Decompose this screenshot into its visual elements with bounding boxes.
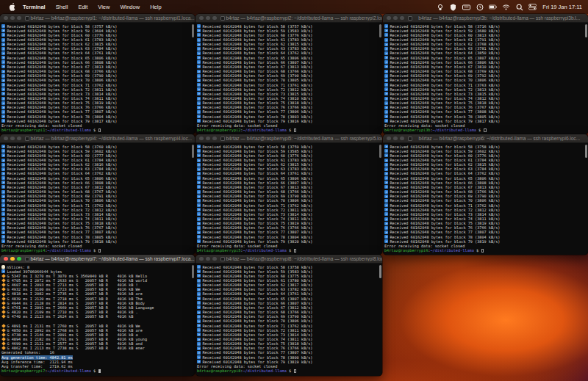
fast-forward-icon: » (197, 24, 201, 28)
fast-forward-icon: » (1, 60, 5, 64)
fast-forward-icon: » (1, 190, 5, 194)
fast-forward-icon: » (197, 346, 201, 350)
minimize-button[interactable] (10, 137, 15, 141)
zoom-button[interactable] (400, 16, 404, 21)
window-titlebar[interactable]: b4rtaz — b4rtaz@raspberrypi2: ~/distribu… (196, 14, 382, 23)
fast-forward-icon: » (197, 269, 201, 273)
terminal-content[interactable]: »Received 60162048 bytes for block 58 (3… (196, 264, 382, 376)
terminal-content[interactable]: nSlices: 8»Loaded 39706066944 bytesG 534… (0, 264, 195, 376)
minimize-button[interactable] (10, 257, 15, 261)
fast-forward-icon: » (1, 181, 5, 184)
diamond-icon (1, 288, 6, 292)
terminal-window-raspberrypi6[interactable]: b4rtaz — b4rtaz@raspberrypi6: ~/distribu… (383, 134, 588, 255)
scrollbar-thumb[interactable] (192, 24, 194, 37)
menu-item-edit[interactable]: Edit (73, 4, 93, 10)
close-button[interactable] (199, 16, 204, 21)
fast-forward-icon: » (384, 24, 388, 28)
minimize-button[interactable] (10, 16, 15, 21)
menu-item-help[interactable]: Help (145, 4, 166, 10)
fast-forward-icon: » (197, 176, 201, 180)
terminal-content[interactable]: »Received 60162048 bytes for block 58 (3… (196, 143, 382, 255)
close-button[interactable] (387, 16, 391, 21)
fast-forward-icon: » (1, 208, 5, 211)
terminal-content[interactable]: »Received 60162048 bytes for block 58 (3… (0, 143, 195, 255)
scrollbar-thumb[interactable] (585, 145, 587, 158)
terminal-window-raspberrypi4[interactable]: b4rtaz — b4rtaz@raspberrypi4: ~/distribu… (0, 134, 195, 255)
close-button[interactable] (4, 137, 8, 141)
menu-item-shell[interactable]: Shell (51, 4, 74, 10)
fast-forward-icon: » (1, 195, 5, 198)
menubar-clock[interactable]: Fri 19 Jan 17:11 (542, 4, 582, 10)
zoom-button[interactable] (212, 257, 217, 261)
zoom-button[interactable] (212, 16, 217, 21)
zoom-button[interactable] (212, 137, 217, 141)
terminal-window-raspberrypi3b[interactable]: b4rtaz — b4rtaz@raspberrypi3b: ~/distrib… (383, 14, 588, 134)
close-button[interactable] (4, 16, 8, 21)
shield-icon[interactable] (449, 3, 457, 11)
minimize-button[interactable] (393, 16, 398, 21)
window-titlebar[interactable]: b4rtaz — b4rtaz@raspberrypi1: ~/distribu… (0, 14, 195, 23)
minimize-button[interactable] (206, 16, 210, 21)
fast-forward-icon: » (197, 319, 201, 323)
fast-forward-icon: » (197, 360, 201, 363)
close-button[interactable] (199, 137, 204, 141)
terminal-content[interactable]: »Received 60162048 bytes for block 58 (3… (383, 23, 588, 134)
prompt-user-host: b4rtaz@raspberrypi3b (384, 128, 430, 132)
fast-forward-icon: » (1, 149, 5, 153)
battery-icon[interactable] (489, 3, 497, 11)
minimize-button[interactable] (206, 137, 210, 141)
terminal-window-raspberrypi2[interactable]: b4rtaz — b4rtaz@raspberrypi2: ~/distribu… (196, 14, 382, 134)
close-button[interactable] (387, 137, 391, 141)
terminal-window-raspberrypi8[interactable]: b4rtaz — b4rtaz@raspberrypi8: ~/distribu… (196, 255, 382, 376)
fast-forward-icon: » (1, 43, 5, 46)
close-button[interactable] (199, 257, 204, 261)
fast-forward-icon: » (197, 119, 201, 123)
terminal-content[interactable]: »Received 60162048 bytes for block 58 (3… (196, 23, 382, 134)
scrollbar-thumb[interactable] (192, 265, 194, 278)
prompt-path: ~/distributed-llama (243, 248, 286, 253)
minimize-button[interactable] (393, 137, 398, 141)
terminal-content[interactable]: »Received 60162048 bytes for block 58 (3… (0, 23, 195, 134)
scrollbar-thumb[interactable] (585, 24, 587, 37)
terminal-window-raspberrypi5[interactable]: b4rtaz — b4rtaz@raspberrypi5: ~/distribu… (196, 134, 382, 255)
control-center-icon[interactable] (528, 3, 537, 11)
scrollbar-thumb[interactable] (379, 145, 381, 158)
menu-item-terminal[interactable]: Terminal (18, 4, 51, 10)
scrollbar-thumb[interactable] (379, 265, 381, 278)
fast-forward-icon: » (1, 212, 5, 216)
terminal-content[interactable]: »Received 60162048 bytes for block 58 (3… (383, 143, 588, 255)
window-titlebar[interactable]: b4rtaz — b4rtaz@raspberrypi5: ~/distribu… (196, 134, 382, 143)
zoom-button[interactable] (17, 257, 21, 261)
scrollbar-thumb[interactable] (192, 145, 194, 158)
window-titlebar[interactable]: b4rtaz — b4rtaz@raspberrypi4: ~/distribu… (0, 134, 195, 143)
keyboard-icon[interactable] (462, 3, 470, 11)
fast-forward-icon: » (384, 87, 388, 91)
zoom-button[interactable] (17, 137, 21, 141)
prompt-path: ~/distributed-llama (47, 369, 90, 373)
terminal-window-raspberrypi7[interactable]: b4rtaz — b4rtaz@raspberrypi7: ~/distribu… (0, 255, 195, 376)
menu-item-window[interactable]: Window (115, 4, 145, 10)
hand-icon[interactable] (436, 3, 444, 11)
close-button[interactable] (4, 257, 8, 261)
diamond-icon (1, 301, 6, 305)
window-titlebar[interactable]: b4rtaz — b4rtaz@raspberrypi6: ~/distribu… (383, 134, 588, 143)
fast-forward-icon: » (1, 167, 5, 171)
zoom-button[interactable] (17, 16, 21, 21)
fast-forward-icon: » (1, 199, 5, 203)
menu-item-view[interactable]: View (93, 4, 115, 10)
apple-logo[interactable] (6, 3, 18, 11)
terminal-window-raspberrypi1[interactable]: b4rtaz — b4rtaz@raspberrypi1: ~/distribu… (0, 14, 195, 134)
clock-icon[interactable] (476, 3, 484, 11)
minimize-button[interactable] (206, 257, 210, 261)
zoom-button[interactable] (400, 137, 404, 141)
wifi-icon[interactable] (502, 3, 510, 11)
spotlight-icon[interactable] (515, 3, 523, 11)
fast-forward-icon: » (197, 199, 201, 203)
window-titlebar[interactable]: b4rtaz — b4rtaz@raspberrypi3b: ~/distrib… (383, 14, 588, 23)
window-titlebar[interactable]: b4rtaz — b4rtaz@raspberrypi7: ~/distribu… (0, 255, 195, 264)
window-titlebar[interactable]: b4rtaz — b4rtaz@raspberrypi8: ~/distribu… (196, 255, 382, 264)
prompt-user-host: b4rtaz@raspberrypi2 (197, 128, 240, 132)
fast-forward-icon: » (197, 305, 201, 309)
fast-forward-icon: » (197, 110, 201, 114)
scrollbar-thumb[interactable] (379, 24, 381, 37)
